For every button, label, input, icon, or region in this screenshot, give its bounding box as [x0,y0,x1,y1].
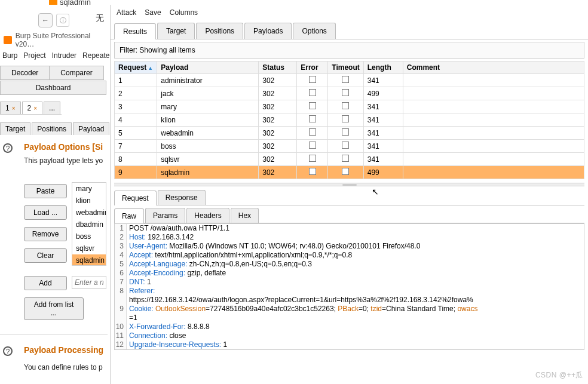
tab-dashboard[interactable]: Dashboard [0,81,106,95]
tab-results[interactable]: Results [114,23,156,39]
menu-save[interactable]: Save [145,8,161,17]
tab-positions[interactable]: Positions [32,122,72,135]
error-checkbox[interactable] [309,142,316,149]
attack-tab-more[interactable]: ... [44,102,60,114]
table-row[interactable]: 8sqlsvr302341 [115,153,584,166]
help-icon[interactable]: ? [3,143,13,153]
list-item[interactable]: boss [72,231,106,242]
load-button[interactable]: Load ... [24,205,67,220]
list-item-selected[interactable]: sqladmin [72,254,106,266]
error-checkbox[interactable] [309,168,316,175]
tab-raw[interactable]: Raw [114,208,144,223]
tab-positions[interactable]: Positions [196,23,243,39]
browser-info-icon[interactable]: ⓘ [56,14,69,27]
payload-options-desc: This payload type lets yo [24,156,103,165]
table-row[interactable]: 3mary302341 [115,100,584,113]
intruder-inner-tabs: Target Positions Payload [0,122,111,135]
timeout-checkbox[interactable] [342,155,349,162]
splitter-handle[interactable] [114,183,584,186]
menu-project[interactable]: Project [23,51,45,60]
top-tabs: Decoder Comparer [0,66,104,80]
add-button[interactable]: Add [24,276,67,290]
menu-columns[interactable]: Columns [170,8,198,17]
tab-payloads[interactable]: Payloads [244,23,292,39]
error-checkbox[interactable] [309,115,316,122]
list-item[interactable]: webadmin [72,207,106,219]
results-table: Request▲ Payload Status Error Timeout Le… [114,61,584,179]
close-icon[interactable]: × [12,105,16,112]
payload-options-heading: Payload Options [Si [24,142,103,152]
attack-tab-2[interactable]: 2× [22,102,43,114]
tab-payloads[interactable]: Payload [73,122,109,135]
col-comment[interactable]: Comment [403,62,584,74]
menu-intruder[interactable]: Intruder [52,51,76,60]
payload-add-input[interactable] [72,276,106,289]
menu-attack[interactable]: Attack [117,8,136,17]
menu-repeater[interactable]: Repeate [82,51,109,60]
payload-processing-heading: Payload Processing [24,345,103,355]
error-checkbox[interactable] [309,76,316,83]
intruder-results-window: Attack Save Columns Results Target Posit… [110,5,588,384]
request-raw-editor[interactable]: 1POST /owa/auth.owa HTTP/1.12Host: 192.1… [114,223,584,350]
table-row[interactable]: 9sqladmin302499 [115,166,584,179]
browser-back-button[interactable]: ← [38,13,53,27]
col-request[interactable]: Request▲ [115,62,157,74]
request-view-tabs: Raw Params Headers Hex [111,208,588,223]
col-status[interactable]: Status [259,62,297,74]
tab-comparer[interactable]: Comparer [49,66,103,80]
watermark: CSDN @++瓜 [535,370,583,380]
error-checkbox[interactable] [309,102,316,109]
menu-burp[interactable]: Burp [2,51,17,60]
col-error[interactable]: Error [297,62,328,74]
app-menubar: Burp Project Intruder Repeate [0,49,112,62]
col-timeout[interactable]: Timeout [328,62,363,74]
app-titlebar: Burp Suite Professional v20… [0,33,110,47]
timeout-checkbox[interactable] [342,89,349,96]
results-tabs: Results Target Positions Payloads Option… [111,23,588,39]
table-row[interactable]: 1administrator302341 [115,74,584,87]
close-icon[interactable]: × [33,105,37,112]
browser-page-text: 无 [96,13,104,24]
error-checkbox[interactable] [309,128,316,136]
timeout-checkbox[interactable] [342,115,349,122]
tab-response[interactable]: Response [158,190,206,205]
results-filter[interactable]: Filter: Showing all items [114,42,584,59]
tab-options[interactable]: Options [293,23,335,39]
list-item[interactable]: mary [72,183,106,195]
timeout-checkbox[interactable] [342,102,349,109]
tab-headers[interactable]: Headers [186,208,229,223]
help-icon[interactable]: ? [3,346,13,356]
timeout-checkbox[interactable] [342,128,349,136]
list-item[interactable]: klion [72,195,106,207]
tab-decoder[interactable]: Decoder [0,66,49,80]
tab-params[interactable]: Params [145,208,185,223]
table-row[interactable]: 2jack302499 [115,87,584,100]
timeout-checkbox[interactable] [342,76,349,83]
table-row[interactable]: 5webadmin302341 [115,127,584,140]
browser-tab-icon [49,0,57,5]
error-checkbox[interactable] [309,155,316,162]
timeout-checkbox[interactable] [342,168,349,175]
intruder-attack-tabs: 1× 2× ... [0,102,62,115]
results-menubar: Attack Save Columns [111,5,588,20]
remove-button[interactable]: Remove [24,227,67,241]
col-length[interactable]: Length [363,62,403,74]
table-row[interactable]: 7boss302341 [115,140,584,153]
paste-button[interactable]: Paste [24,184,67,198]
table-row[interactable]: 4klion302341 [115,113,584,127]
tab-target[interactable]: Target [0,122,30,135]
error-checkbox[interactable] [309,89,316,96]
payload-list[interactable]: mary klion webadmin dbadmin boss sqlsvr … [72,182,106,266]
col-payload[interactable]: Payload [157,62,259,74]
burp-icon [4,36,12,44]
request-response-tabs: Request Response [111,190,588,205]
list-item[interactable]: dbadmin [72,219,106,231]
attack-tab-1[interactable]: 1× [0,102,21,114]
tab-hex[interactable]: Hex [231,208,259,223]
tab-target[interactable]: Target [157,23,195,39]
list-item[interactable]: sqlsvr [72,242,106,254]
timeout-checkbox[interactable] [342,142,349,149]
add-from-list-button[interactable]: Add from list ... [24,297,84,320]
tab-request[interactable]: Request [114,191,157,205]
clear-button[interactable]: Clear [24,248,67,263]
